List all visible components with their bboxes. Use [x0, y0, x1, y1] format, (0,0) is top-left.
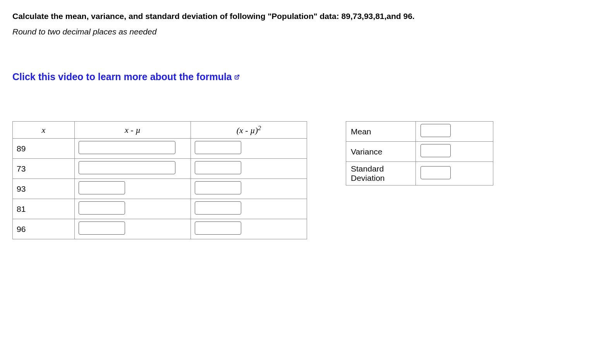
- table-row: 81: [13, 199, 307, 219]
- result-label-variance: Variance: [346, 142, 416, 162]
- xmu-input[interactable]: [79, 221, 125, 235]
- x-value-cell: 73: [13, 159, 75, 179]
- stddev-input[interactable]: [421, 166, 451, 179]
- xmu2-input[interactable]: [195, 141, 241, 154]
- question-text: Calculate the mean, variance, and standa…: [12, 11, 431, 22]
- table-row: 89: [13, 139, 307, 159]
- xmu2-input[interactable]: [195, 201, 241, 215]
- header-x: x: [13, 122, 75, 139]
- x-value-cell: 81: [13, 199, 75, 219]
- video-help-link[interactable]: Click this video to learn more about the…: [12, 71, 240, 82]
- x-value-cell: 93: [13, 179, 75, 199]
- table-row: 96: [13, 219, 307, 239]
- xmu2-input[interactable]: [195, 161, 241, 174]
- x-value-cell: 89: [13, 139, 75, 159]
- table-row: Standard Deviation: [346, 162, 493, 185]
- table-row: Mean: [346, 122, 493, 142]
- header-xmu2-prefix: (x - µ): [237, 126, 258, 136]
- instruction-text: Round to two decimal places as needed: [12, 27, 582, 36]
- xmu-input[interactable]: [79, 161, 175, 174]
- table-row: 73: [13, 159, 307, 179]
- table-row: 93: [13, 179, 307, 199]
- header-x-minus-mu: x - µ: [75, 122, 191, 139]
- video-help-link-label: Click this video to learn more about the…: [12, 71, 232, 82]
- calculation-table: x x - µ (x - µ)2 89 73 93: [12, 121, 307, 239]
- xmu2-input[interactable]: [195, 181, 241, 194]
- mean-input[interactable]: [421, 124, 451, 137]
- external-link-icon: [234, 74, 240, 80]
- results-table: Mean Variance Standard Deviation: [346, 121, 493, 185]
- x-value-cell: 96: [13, 219, 75, 239]
- xmu-input[interactable]: [79, 181, 125, 194]
- variance-input[interactable]: [421, 144, 451, 157]
- result-label-mean: Mean: [346, 122, 416, 142]
- header-x-minus-mu-squared: (x - µ)2: [191, 122, 307, 139]
- xmu-input[interactable]: [79, 141, 175, 154]
- xmu-input[interactable]: [79, 201, 125, 215]
- result-label-stddev: Standard Deviation: [346, 162, 416, 185]
- table-row: Variance: [346, 142, 493, 162]
- xmu2-input[interactable]: [195, 221, 241, 235]
- header-xmu2-exp: 2: [258, 124, 261, 132]
